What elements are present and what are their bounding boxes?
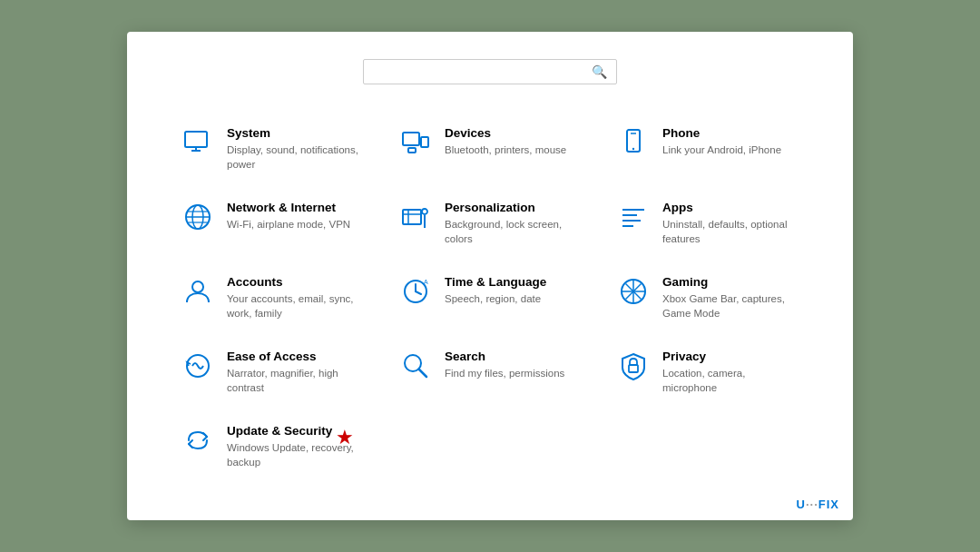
- accounts-icon: [181, 277, 214, 306]
- settings-item-network[interactable]: Network & InternetWi-Fi, airplane mode, …: [163, 186, 381, 261]
- settings-item-personalization[interactable]: PersonalizationBackground, lock screen, …: [381, 186, 599, 261]
- time-description: Speech, region, date: [445, 291, 546, 306]
- settings-item-update[interactable]: Update & SecurityWindows Update, recover…: [163, 409, 381, 484]
- apps-icon: [617, 202, 650, 232]
- svg-line-35: [419, 370, 427, 378]
- devices-icon: [399, 128, 432, 157]
- search-bar-container: 🔍: [163, 59, 817, 84]
- apps-title: Apps: [662, 201, 799, 214]
- network-description: Wi-Fi, airplane mode, VPN: [227, 217, 350, 232]
- search-input[interactable]: [373, 64, 592, 78]
- settings-item-privacy[interactable]: PrivacyLocation, camera, microphone: [599, 335, 817, 409]
- settings-item-time[interactable]: ATime & LanguageSpeech, region, date: [381, 261, 599, 335]
- svg-rect-36: [629, 365, 638, 372]
- settings-grid: SystemDisplay, sound, notifications, pow…: [163, 112, 817, 485]
- settings-item-search[interactable]: SearchFind my files, permissions: [381, 335, 599, 409]
- settings-item-system[interactable]: SystemDisplay, sound, notifications, pow…: [163, 112, 381, 186]
- search-title: Search: [445, 350, 564, 363]
- phone-description: Link your Android, iPhone: [662, 143, 781, 157]
- svg-rect-4: [421, 137, 428, 147]
- ease-description: Narrator, magnifier, high contrast: [227, 366, 363, 395]
- search-icon: [399, 351, 432, 380]
- search-icon: 🔍: [592, 64, 607, 79]
- settings-item-accounts[interactable]: AccountsYour accounts, email, sync, work…: [163, 261, 381, 335]
- svg-rect-5: [408, 148, 416, 153]
- svg-point-17: [422, 209, 427, 214]
- settings-item-gaming[interactable]: GamingXbox Game Bar, captures, Game Mode: [599, 261, 817, 335]
- privacy-icon: [617, 351, 650, 380]
- system-description: Display, sound, notifications, power: [227, 143, 363, 172]
- settings-window: 🔍 SystemDisplay, sound, notifications, p…: [127, 32, 853, 521]
- gaming-icon: [617, 277, 650, 306]
- privacy-description: Location, camera, microphone: [662, 366, 799, 395]
- devices-description: Bluetooth, printers, mouse: [445, 143, 566, 157]
- phone-title: Phone: [662, 126, 781, 140]
- network-icon: [181, 202, 214, 232]
- gaming-description: Xbox Game Bar, captures, Game Mode: [662, 291, 799, 320]
- settings-item-apps[interactable]: AppsUninstall, defaults, optional featur…: [599, 186, 817, 261]
- time-title: Time & Language: [445, 275, 546, 289]
- network-title: Network & Internet: [227, 201, 350, 214]
- time-icon: A: [399, 277, 432, 306]
- personalization-icon: [399, 202, 432, 232]
- svg-rect-3: [403, 133, 419, 145]
- personalization-title: Personalization: [445, 201, 581, 214]
- highlight-star: ★: [336, 426, 354, 449]
- apps-description: Uninstall, defaults, optional features: [662, 217, 799, 246]
- ease-icon: [181, 351, 214, 380]
- settings-item-devices[interactable]: DevicesBluetooth, printers, mouse: [381, 112, 599, 186]
- svg-rect-0: [185, 132, 207, 147]
- personalization-description: Background, lock screen, colors: [445, 217, 581, 246]
- devices-title: Devices: [445, 126, 566, 140]
- watermark: U···FIX: [797, 498, 839, 511]
- system-title: System: [227, 126, 363, 140]
- svg-line-26: [416, 291, 421, 294]
- svg-point-7: [632, 147, 634, 149]
- settings-item-ease[interactable]: Ease of AccessNarrator, magnifier, high …: [163, 335, 381, 409]
- privacy-title: Privacy: [662, 350, 799, 363]
- search-description: Find my files, permissions: [445, 366, 564, 380]
- gaming-title: Gaming: [662, 275, 799, 289]
- system-icon: [181, 128, 214, 157]
- accounts-title: Accounts: [227, 275, 363, 289]
- svg-point-23: [192, 281, 203, 292]
- svg-rect-14: [403, 210, 421, 224]
- ease-title: Ease of Access: [227, 350, 363, 363]
- phone-icon: [617, 128, 650, 157]
- update-icon: [181, 426, 214, 455]
- accounts-description: Your accounts, email, sync, work, family: [227, 291, 363, 320]
- svg-text:A: A: [424, 279, 428, 285]
- settings-item-phone[interactable]: PhoneLink your Android, iPhone: [599, 112, 817, 186]
- search-bar[interactable]: 🔍: [363, 59, 617, 84]
